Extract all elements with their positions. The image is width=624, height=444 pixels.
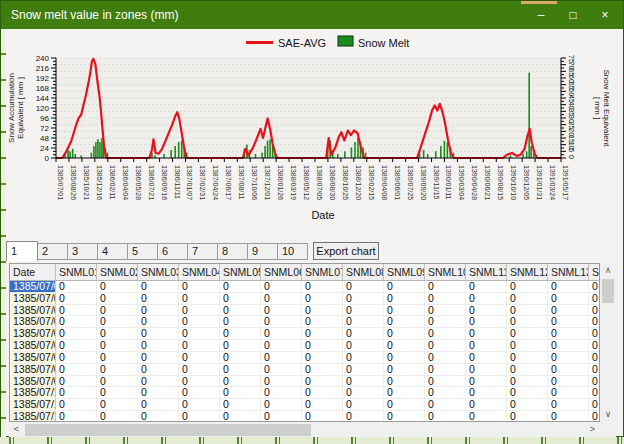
horizontal-scroll-thumb[interactable]	[25, 424, 311, 436]
value-cell[interactable]: 0	[466, 340, 507, 351]
value-cell[interactable]: 0	[56, 305, 97, 316]
value-cell[interactable]: 0	[220, 281, 261, 292]
value-cell[interactable]: 0	[302, 411, 343, 422]
export-chart-button[interactable]: Export chart	[313, 242, 379, 260]
minimize-button[interactable]: –	[525, 1, 557, 29]
value-cell[interactable]: 0	[138, 411, 179, 422]
value-cell[interactable]: 0	[589, 340, 600, 351]
table-row[interactable]: 1385/07/0900000000000000	[10, 376, 599, 388]
table-horizontal-scrollbar[interactable]: < >	[9, 422, 600, 438]
column-header-snml08[interactable]: SNML08	[343, 264, 384, 280]
value-cell[interactable]: 0	[179, 340, 220, 351]
value-cell[interactable]: 0	[548, 305, 589, 316]
tab-4[interactable]: 4	[98, 243, 128, 260]
value-cell[interactable]: 0	[589, 328, 600, 339]
value-cell[interactable]: 0	[548, 340, 589, 351]
value-cell[interactable]: 0	[507, 340, 548, 351]
value-cell[interactable]: 0	[220, 376, 261, 387]
value-cell[interactable]: 0	[425, 340, 466, 351]
column-header-snml10[interactable]: SNML10	[425, 264, 466, 280]
value-cell[interactable]: 0	[384, 376, 425, 387]
table-row[interactable]: 1385/07/0600000000000000	[10, 340, 599, 352]
value-cell[interactable]: 0	[261, 376, 302, 387]
value-cell[interactable]: 0	[589, 281, 600, 292]
value-cell[interactable]: 0	[466, 293, 507, 304]
value-cell[interactable]: 0	[56, 364, 97, 375]
date-cell[interactable]: 1385/07/01	[10, 281, 56, 292]
value-cell[interactable]: 0	[179, 316, 220, 327]
value-cell[interactable]: 0	[507, 352, 548, 363]
value-cell[interactable]: 0	[466, 281, 507, 292]
value-cell[interactable]: 0	[261, 352, 302, 363]
value-cell[interactable]: 0	[179, 387, 220, 398]
column-header-snml09[interactable]: SNML09	[384, 264, 425, 280]
value-cell[interactable]: 0	[56, 316, 97, 327]
value-cell[interactable]: 0	[343, 281, 384, 292]
value-cell[interactable]: 0	[589, 387, 600, 398]
tab-7[interactable]: 7	[188, 243, 218, 260]
value-cell[interactable]: 0	[343, 328, 384, 339]
value-cell[interactable]: 0	[138, 387, 179, 398]
value-cell[interactable]: 0	[56, 293, 97, 304]
tab-3[interactable]: 3	[68, 243, 98, 260]
table-row[interactable]: 1385/07/0100000000000000	[10, 281, 599, 293]
value-cell[interactable]: 0	[589, 305, 600, 316]
value-cell[interactable]: 0	[548, 399, 589, 410]
value-cell[interactable]: 0	[97, 411, 138, 422]
value-cell[interactable]: 0	[179, 411, 220, 422]
value-cell[interactable]: 0	[384, 411, 425, 422]
tab-8[interactable]: 8	[218, 243, 248, 260]
value-cell[interactable]: 0	[97, 316, 138, 327]
value-cell[interactable]: 0	[507, 305, 548, 316]
value-cell[interactable]: 0	[138, 340, 179, 351]
value-cell[interactable]: 0	[466, 352, 507, 363]
value-cell[interactable]: 0	[384, 364, 425, 375]
table-row[interactable]: 1385/07/0400000000000000	[10, 316, 599, 328]
value-cell[interactable]: 0	[261, 411, 302, 422]
value-cell[interactable]: 0	[507, 364, 548, 375]
column-header-snml14[interactable]: SNML14	[589, 264, 600, 280]
table-row[interactable]: 1385/07/1000000000000000	[10, 387, 599, 399]
value-cell[interactable]: 0	[138, 316, 179, 327]
date-cell[interactable]: 1385/07/02	[10, 293, 56, 304]
value-cell[interactable]: 0	[507, 411, 548, 422]
value-cell[interactable]: 0	[56, 281, 97, 292]
value-cell[interactable]: 0	[261, 305, 302, 316]
date-cell[interactable]: 1385/07/07	[10, 352, 56, 363]
tab-10[interactable]: 10	[278, 243, 308, 260]
date-cell[interactable]: 1385/07/04	[10, 316, 56, 327]
value-cell[interactable]: 0	[548, 281, 589, 292]
value-cell[interactable]: 0	[97, 305, 138, 316]
value-cell[interactable]: 0	[261, 316, 302, 327]
value-cell[interactable]: 0	[302, 399, 343, 410]
value-cell[interactable]: 0	[261, 399, 302, 410]
date-cell[interactable]: 1385/07/10	[10, 387, 56, 398]
value-cell[interactable]: 0	[261, 328, 302, 339]
table-vertical-scrollbar[interactable]: ∧ ∨	[600, 263, 616, 422]
value-cell[interactable]: 0	[302, 281, 343, 292]
value-cell[interactable]: 0	[302, 293, 343, 304]
value-cell[interactable]: 0	[548, 387, 589, 398]
value-cell[interactable]: 0	[425, 316, 466, 327]
value-cell[interactable]: 0	[589, 364, 600, 375]
value-cell[interactable]: 0	[507, 399, 548, 410]
value-cell[interactable]: 0	[179, 305, 220, 316]
value-cell[interactable]: 0	[466, 376, 507, 387]
maximize-button[interactable]: □	[557, 1, 589, 29]
value-cell[interactable]: 0	[302, 352, 343, 363]
value-cell[interactable]: 0	[220, 340, 261, 351]
close-button[interactable]: ×	[589, 1, 621, 29]
value-cell[interactable]: 0	[384, 316, 425, 327]
value-cell[interactable]: 0	[466, 387, 507, 398]
scroll-up-icon[interactable]: ∧	[600, 263, 616, 278]
column-header-snml06[interactable]: SNML06	[261, 264, 302, 280]
date-cell[interactable]: 1385/07/05	[10, 328, 56, 339]
value-cell[interactable]: 0	[507, 293, 548, 304]
column-header-snml12[interactable]: SNML12	[507, 264, 548, 280]
table-row[interactable]: 1385/07/0200000000000000	[10, 293, 599, 305]
value-cell[interactable]: 0	[589, 352, 600, 363]
column-header-snml02[interactable]: SNML02	[97, 264, 138, 280]
value-cell[interactable]: 0	[220, 364, 261, 375]
value-cell[interactable]: 0	[179, 293, 220, 304]
value-cell[interactable]: 0	[425, 328, 466, 339]
